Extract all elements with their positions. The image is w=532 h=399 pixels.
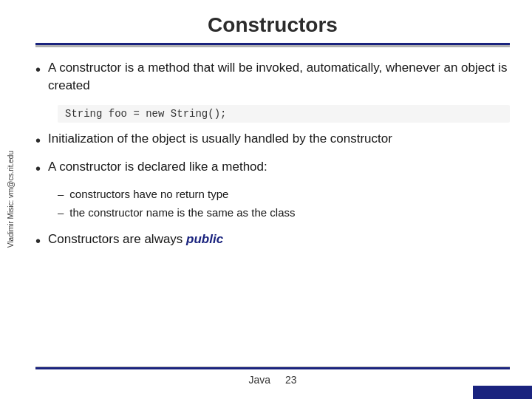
bullet-dot-1: • bbox=[35, 59, 41, 80]
side-label-text: Vladimir Misic: vm@cs.rit.edu bbox=[7, 151, 15, 248]
sub-text-1: constructors have no return type bbox=[69, 186, 228, 202]
bullet-dot-4: • bbox=[35, 231, 41, 251]
bullet4-prefix: Constructors are always bbox=[48, 232, 186, 246]
bullet-text-3: A constructor is declared like a method: bbox=[48, 158, 267, 176]
bullet-text-1: A constructor is a method that will be i… bbox=[48, 59, 510, 95]
bullet-item-3: • A constructor is declared like a metho… bbox=[35, 158, 510, 179]
sub-bullets: – constructors have no return type – the… bbox=[58, 186, 510, 223]
footer-accent bbox=[473, 386, 532, 399]
bullet-text-2: Initialization of the object is usually … bbox=[48, 130, 392, 148]
bullet-text-4: Constructors are always public bbox=[48, 231, 223, 248]
top-divider bbox=[35, 43, 510, 47]
public-keyword: public bbox=[186, 232, 223, 246]
side-label: Vladimir Misic: vm@cs.rit.edu bbox=[0, 0, 21, 399]
sub-bullet-item-2: – the constructor name is the same as th… bbox=[58, 205, 510, 220]
bullet-item-1: • A constructor is a method that will be… bbox=[35, 59, 510, 95]
footer: Java 23 bbox=[35, 369, 510, 392]
sub-dash-2: – bbox=[58, 205, 64, 220]
footer-page: 23 bbox=[285, 374, 297, 386]
bullet-item-2: • Initialization of the object is usuall… bbox=[35, 130, 510, 151]
main-content: Constructors • A constructor is a method… bbox=[21, 0, 532, 399]
sub-bullet-item-1: – constructors have no return type bbox=[58, 186, 510, 202]
code-block: String foo = new String(); bbox=[58, 105, 510, 123]
sub-text-2: the constructor name is the same as the … bbox=[69, 205, 295, 220]
title-area: Constructors bbox=[35, 0, 510, 43]
bullet-section: • A constructor is a method that will be… bbox=[35, 59, 510, 366]
page-title: Constructors bbox=[35, 13, 510, 37]
bullet-dot-3: • bbox=[35, 158, 41, 179]
footer-lang: Java bbox=[248, 374, 270, 386]
bullet-dot-2: • bbox=[35, 130, 41, 151]
slide: Vladimir Misic: vm@cs.rit.edu Constructo… bbox=[0, 0, 532, 399]
sub-dash-1: – bbox=[58, 186, 64, 202]
bullet-item-4: • Constructors are always public bbox=[35, 231, 510, 251]
